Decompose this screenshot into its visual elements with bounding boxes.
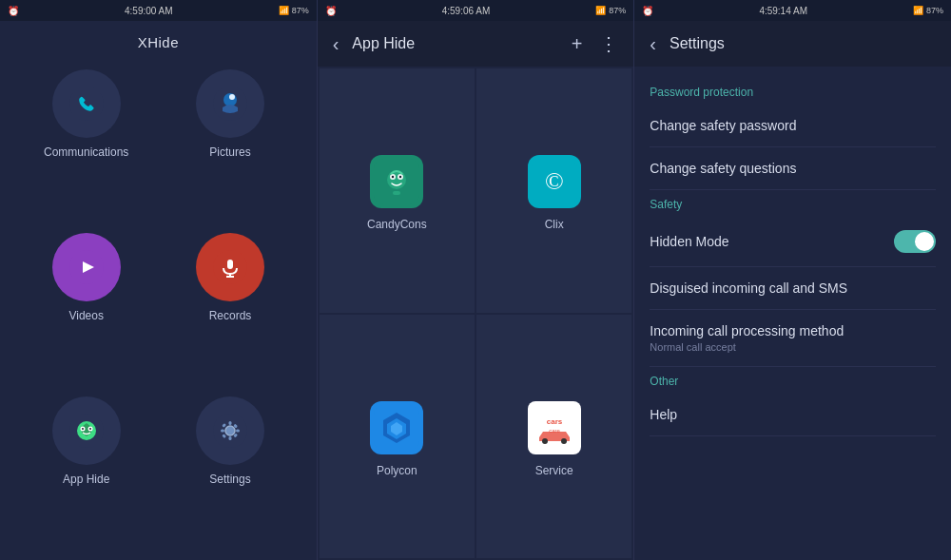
svg-point-30 — [392, 176, 394, 178]
change-safety-password-item[interactable]: Change safety password — [650, 105, 936, 147]
videos-item[interactable]: Videos — [19, 233, 153, 387]
settings-content: Password protection Change safety passwo… — [634, 67, 951, 560]
settings-bar-title: Settings — [670, 35, 725, 52]
battery-2: 87% — [609, 6, 626, 15]
incoming-call-item[interactable]: Incoming call processing method Normal c… — [650, 310, 936, 367]
hidden-mode-item[interactable]: Hidden Mode — [650, 217, 936, 267]
app-bar: ‹ App Hide + ⋮ — [318, 21, 634, 67]
status-bar-1: ⏰ 4:59:00 AM 📶 87% — [0, 0, 317, 21]
section-label-password: Password protection — [650, 86, 936, 99]
pictures-item[interactable]: Pictures — [163, 69, 297, 223]
incoming-call-row: Incoming call processing method — [650, 323, 936, 338]
add-button[interactable]: + — [568, 29, 587, 59]
pictures-svg — [213, 87, 247, 121]
disguised-call-row: Disguised incoming call and SMS — [650, 280, 936, 296]
help-text: Help — [650, 407, 677, 422]
svg-rect-21 — [236, 430, 240, 433]
svg-point-14 — [82, 428, 84, 430]
hidden-mode-row: Hidden Mode — [650, 230, 936, 253]
records-item[interactable]: Records — [163, 233, 297, 387]
phone-svg — [69, 87, 104, 121]
status-left-2: ⏰ — [325, 6, 337, 16]
incoming-call-sub: Normal call accept — [650, 341, 936, 353]
app-hide-bar-title: App Hide — [352, 35, 557, 52]
alarm-icon-2: ⏰ — [325, 6, 337, 16]
svg-text:©: © — [545, 167, 564, 195]
candycons-label: CandyCons — [367, 218, 427, 231]
svg-rect-32 — [393, 191, 400, 195]
help-row: Help — [650, 407, 936, 422]
svg-rect-18 — [229, 421, 232, 425]
panel-app-hide: ⏰ 4:59:06 AM 📶 87% ‹ App Hide + ⋮ — [318, 0, 635, 560]
videos-svg — [69, 250, 104, 284]
clix-cell[interactable]: © Clix — [476, 68, 631, 313]
clix-label: Clix — [545, 218, 564, 231]
communications-item[interactable]: Communications — [19, 69, 153, 223]
videos-label: Videos — [68, 309, 103, 322]
battery-1: 87% — [292, 6, 309, 15]
app-hide-svg — [69, 414, 104, 448]
signal-icon-3: 📶 — [913, 6, 923, 15]
change-safety-questions-text: Change safety questions — [650, 161, 796, 176]
communications-icon-circle — [52, 69, 121, 138]
polycon-svg — [374, 405, 419, 451]
change-safety-password-text: Change safety password — [650, 118, 796, 133]
alarm-icon-3: ⏰ — [642, 6, 653, 16]
settings-svg — [213, 414, 247, 448]
polycon-label: Polycon — [377, 464, 417, 477]
svg-text:cars: cars — [546, 417, 562, 426]
records-icon-circle — [196, 233, 264, 301]
settings-item[interactable]: Settings — [163, 396, 297, 550]
alarm-icon: ⏰ — [8, 6, 19, 16]
back-button[interactable]: ‹ — [329, 29, 343, 59]
videos-icon-circle — [52, 233, 121, 301]
disguised-call-text: Disguised incoming call and SMS — [650, 280, 847, 296]
section-label-safety: Safety — [650, 198, 936, 211]
section-label-other: Other — [650, 375, 936, 388]
app-hide-item[interactable]: App Hide — [19, 396, 153, 550]
pictures-icon-circle — [196, 69, 264, 138]
toggle-knob — [915, 232, 934, 251]
status-right-2: 📶 87% — [595, 6, 626, 15]
hidden-mode-text: Hidden Mode — [650, 234, 728, 249]
polycon-icon — [370, 401, 423, 454]
time-2: 4:59:06 AM — [442, 6, 491, 16]
incoming-call-text: Incoming call processing method — [650, 323, 844, 338]
settings-back-button[interactable]: ‹ — [646, 29, 660, 59]
battery-3: 87% — [926, 6, 943, 15]
settings-bar: ‹ Settings — [634, 21, 951, 67]
svg-point-43 — [561, 438, 567, 444]
xhide-title: XHide — [0, 21, 317, 60]
polycon-cell[interactable]: Polycon — [320, 315, 475, 559]
help-item[interactable]: Help — [650, 394, 936, 436]
clix-svg: © — [532, 159, 577, 204]
service-cell[interactable]: cars care Service — [476, 315, 631, 559]
app-hide-icon-circle — [52, 396, 121, 465]
signal-icon-2: 📶 — [595, 6, 606, 15]
disguised-call-item[interactable]: Disguised incoming call and SMS — [650, 267, 936, 310]
clix-icon: © — [528, 155, 581, 208]
service-label: Service — [535, 464, 573, 477]
svg-rect-7 — [227, 260, 233, 269]
candycons-icon — [370, 155, 423, 208]
panel-xhide: ⏰ 4:59:00 AM 📶 87% XHide Communications — [0, 0, 318, 560]
svg-point-15 — [89, 428, 91, 430]
hidden-mode-toggle[interactable] — [894, 230, 936, 253]
status-bar-2: ⏰ 4:59:06 AM 📶 87% — [318, 0, 634, 21]
pictures-label: Pictures — [209, 145, 250, 159]
app-hide-label: App Hide — [63, 473, 109, 486]
status-right-1: 📶 87% — [279, 6, 309, 15]
status-right-3: 📶 87% — [913, 6, 943, 15]
status-bar-3: ⏰ 4:59:14 AM 📶 87% — [634, 0, 951, 21]
time-1: 4:59:00 AM — [125, 6, 173, 16]
change-safety-questions-item[interactable]: Change safety questions — [650, 147, 936, 190]
panel-settings: ⏰ 4:59:14 AM 📶 87% ‹ Settings Password p… — [634, 0, 951, 560]
candycons-cell[interactable]: CandyCons — [320, 68, 475, 313]
communications-label: Communications — [44, 145, 128, 159]
svg-rect-20 — [221, 430, 224, 433]
xhide-grid: Communications Pictures Videos — [0, 60, 317, 560]
more-button[interactable]: ⋮ — [595, 29, 622, 59]
status-left-1: ⏰ — [8, 6, 19, 16]
signal-icon-1: 📶 — [279, 6, 289, 15]
svg-point-3 — [229, 94, 235, 100]
